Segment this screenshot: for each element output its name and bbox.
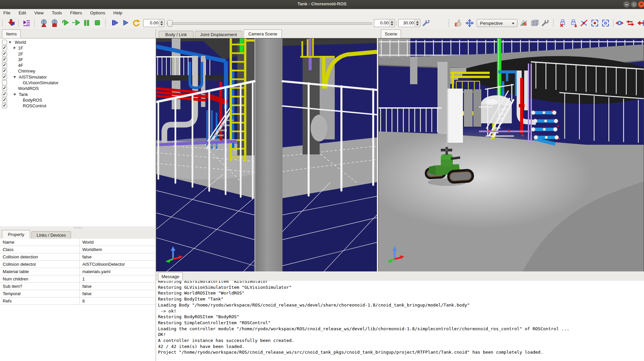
spin-down-icon	[160, 24, 163, 25]
item-tree-view[interactable]: World 1F 2F 3F 4F Chimney AISTSimulator …	[0, 38, 156, 227]
item-checkbox[interactable]	[2, 86, 7, 91]
property-value-cell[interactable]: materials.yaml	[79, 268, 156, 275]
tree-item-3f[interactable]: 3F	[0, 57, 156, 63]
tab-links-devices[interactable]: Links / Devices	[31, 231, 71, 239]
tab-items[interactable]: Items	[2, 29, 21, 38]
range-start-spinbox[interactable]: 0.00	[374, 19, 395, 27]
message-view-icon[interactable]	[22, 19, 31, 27]
tree-item-2f[interactable]: 2F	[0, 51, 156, 57]
camera-scene-3d-view[interactable]	[156, 38, 377, 272]
range-end-spin-buttons[interactable]	[414, 20, 420, 26]
start-playback-icon[interactable]	[110, 19, 120, 27]
tree-item-1f[interactable]: 1F	[0, 45, 156, 51]
close-button[interactable]: ✕	[638, 1, 644, 8]
item-checkbox[interactable]	[2, 69, 7, 74]
scene-3d-view[interactable]	[378, 38, 644, 272]
collision-visualization-icon[interactable]	[519, 19, 529, 27]
tree-item-4f[interactable]: 4F	[0, 63, 156, 68]
edit-mode-icon[interactable]	[454, 19, 463, 27]
resume-simulation-icon[interactable]	[72, 19, 81, 27]
property-value-cell[interactable]: false	[79, 253, 156, 260]
refresh-time-icon[interactable]	[132, 19, 141, 27]
wireframe-view-icon[interactable]	[530, 19, 540, 27]
item-checkbox[interactable]	[2, 40, 7, 45]
menu-file[interactable]: File	[0, 9, 14, 17]
save-project-icon[interactable]	[7, 19, 16, 27]
tree-item-worldros[interactable]: WorldROS	[0, 86, 156, 91]
item-checkbox[interactable]	[2, 92, 7, 97]
expand-icon[interactable]	[13, 94, 16, 96]
store-initial-positions-icon[interactable]	[39, 19, 49, 27]
time-spinbox[interactable]: 0.00	[143, 19, 165, 27]
body-pose-icon-1[interactable]	[558, 19, 568, 27]
tab-joint-displacement[interactable]: Joint Displacement	[195, 31, 242, 38]
item-checkbox[interactable]	[2, 57, 7, 62]
stop-simulation-icon[interactable]	[93, 19, 102, 27]
time-slider-handle[interactable]	[167, 20, 172, 27]
minimize-button[interactable]	[623, 1, 630, 8]
body-pose-icon-2[interactable]	[569, 19, 578, 27]
tab-body-link[interactable]: Body / Link	[159, 31, 193, 38]
collapse-icon[interactable]	[14, 46, 16, 49]
item-checkbox[interactable]	[2, 75, 7, 80]
restore-initial-positions-icon[interactable]	[50, 19, 60, 27]
property-value-cell[interactable]: World	[79, 239, 156, 246]
menu-bar: File Edit View Tools Filters Options Hel…	[0, 9, 644, 18]
panel-splitter[interactable]	[0, 226, 156, 229]
expand-icon[interactable]	[13, 76, 16, 78]
tree-item-label: 3F	[18, 57, 23, 62]
menu-tools[interactable]: Tools	[49, 9, 65, 17]
maximize-button[interactable]	[631, 1, 637, 8]
property-table: NameWorld ClassWorldItem Collision detec…	[0, 239, 156, 361]
tab-message[interactable]: Message	[158, 272, 183, 281]
item-checkbox[interactable]	[2, 51, 7, 56]
tree-item-label: ROSControl	[23, 103, 46, 108]
tree-item-tank[interactable]: Tank	[0, 92, 156, 97]
body-pose-icon-5[interactable]	[601, 19, 611, 27]
menu-options[interactable]: Options	[87, 9, 108, 17]
tree-item-roscontrol[interactable]: ROSControl	[0, 103, 156, 109]
tree-item-world[interactable]: World	[0, 39, 156, 45]
property-name: Sub item?	[3, 284, 22, 289]
body-pose-icon-3[interactable]	[580, 19, 589, 27]
pause-simulation-icon[interactable]	[82, 19, 92, 27]
scene-config-icon[interactable]	[541, 19, 550, 27]
property-value-cell[interactable]: AISTCollisionDetector	[79, 261, 156, 268]
menu-view[interactable]: View	[31, 9, 47, 17]
item-checkbox[interactable]	[2, 80, 7, 85]
property-value-cell[interactable]: WorldItem	[79, 246, 156, 253]
range-start-spin-buttons[interactable]	[389, 20, 394, 26]
item-checkbox[interactable]	[2, 103, 7, 108]
menu-filters[interactable]: Filters	[67, 9, 85, 17]
swap-pose-icon[interactable]	[626, 19, 635, 27]
tree-item-bodyros[interactable]: BodyROS	[0, 97, 156, 103]
flip-pose-icon[interactable]	[637, 19, 644, 27]
time-bar-config-icon[interactable]	[422, 19, 431, 27]
tree-item-chimney[interactable]: Chimney	[0, 68, 156, 74]
menu-help[interactable]: Help	[110, 9, 126, 17]
start-simulation-icon[interactable]	[61, 19, 70, 27]
resume-playback-icon[interactable]	[121, 19, 131, 27]
range-end-spinbox[interactable]: 30.00	[398, 19, 420, 27]
tree-item-glvisionsimulator[interactable]: GLVisionSimulator	[0, 80, 156, 86]
tab-property[interactable]: Property	[2, 230, 30, 239]
tab-camera-scene[interactable]: Camera Scene	[244, 29, 282, 38]
item-checkbox[interactable]	[2, 98, 7, 103]
property-value-cell[interactable]: 1	[79, 275, 156, 282]
item-checkbox[interactable]	[2, 63, 7, 68]
property-value-cell[interactable]: 8	[79, 297, 156, 305]
menu-edit[interactable]: Edit	[15, 9, 29, 17]
translation-mode-icon[interactable]	[465, 19, 475, 27]
body-pose-icon-4[interactable]	[590, 19, 600, 27]
time-spin-buttons[interactable]	[159, 20, 164, 26]
expand-icon[interactable]	[9, 41, 11, 43]
mirror-pose-icon[interactable]	[615, 19, 625, 27]
tab-scene[interactable]: Scene	[381, 29, 401, 38]
projection-dropdown[interactable]: Perspective	[477, 19, 517, 27]
item-checkbox[interactable]	[2, 45, 7, 50]
property-value-cell[interactable]: false	[79, 290, 156, 297]
time-slider[interactable]	[167, 19, 372, 27]
message-log-view[interactable]: Restoring AISTSimulatorItem "AISTSimulat…	[156, 281, 644, 361]
property-value-cell[interactable]: false	[79, 283, 156, 290]
tree-item-aistsimulator[interactable]: AISTSimulator	[0, 74, 156, 80]
